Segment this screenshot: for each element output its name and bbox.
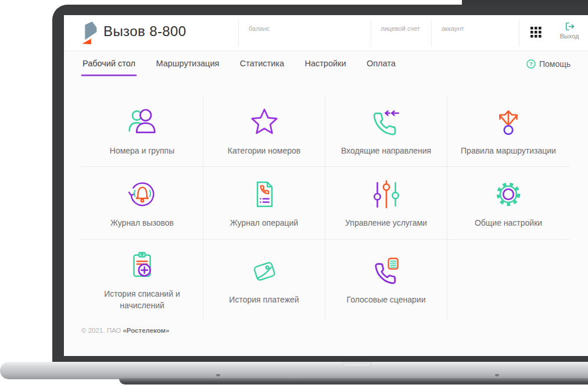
users-icon	[126, 105, 159, 139]
tile-number-categories[interactable]: Категории номеров	[203, 96, 325, 167]
tile-numbers-and-groups[interactable]: Номера и группы	[81, 96, 203, 167]
tile-label: Управление услугами	[345, 217, 427, 229]
tile-routing-rules[interactable]: Правила маршрутизации	[447, 96, 569, 167]
empty-cell	[447, 240, 569, 320]
tile-incoming-directions[interactable]: Входящие направления	[325, 96, 447, 167]
tab-settings[interactable]: Настройки	[303, 59, 347, 76]
app-header: Вызов 8-800 баланс лицевой счет аккаунт	[64, 15, 588, 51]
tab-dashboard[interactable]: Рабочий стол	[81, 59, 137, 76]
header-divider	[371, 20, 371, 47]
apps-grid-icon[interactable]	[530, 27, 542, 38]
tile-label: Правила маршрутизации	[461, 145, 556, 156]
tile-label: Голосовые сценарии	[347, 294, 426, 305]
tile-services-management[interactable]: Управление услугами	[325, 167, 447, 240]
star-icon	[248, 105, 281, 139]
header-divider	[519, 20, 519, 47]
copyright: © 2021. ПАО «Ростелеком»	[81, 327, 588, 334]
laptop-base	[0, 362, 588, 379]
tile-label: Журнал вызовов	[110, 217, 174, 229]
copyright-text: © 2021. ПАО	[81, 327, 123, 334]
page-title: Вызов 8-800	[103, 23, 187, 40]
bell-cycle-icon	[126, 177, 159, 211]
tile-label: История платежей	[229, 294, 299, 305]
tile-voice-scenarios[interactable]: Голосовые сценарии	[325, 240, 447, 320]
company-name: «Ростелеком»	[123, 327, 169, 334]
tile-operations-log[interactable]: Журнал операций	[203, 167, 325, 240]
tab-routing[interactable]: Маршрутизация	[155, 59, 220, 76]
tab-payment[interactable]: Оплата	[365, 59, 397, 76]
laptop-mockup: Вызов 8-800 баланс лицевой счет аккаунт	[0, 0, 588, 388]
help-label: Помощь	[539, 59, 571, 69]
app-body: Рабочий стол Маршрутизация Статистика На…	[64, 51, 588, 355]
phone-script-icon	[370, 254, 403, 288]
laptop-base-notch	[342, 362, 372, 367]
laptop-base-foot	[216, 374, 220, 376]
svg-text:?: ?	[529, 60, 533, 67]
header-divider	[431, 20, 432, 47]
laptop-screen: Вызов 8-800 баланс лицевой счет аккаунт	[64, 15, 588, 356]
rostelecom-logo-icon[interactable]	[80, 21, 98, 45]
tile-charges-history[interactable]: История списаний и начислений	[81, 240, 203, 320]
routing-arrows-icon	[492, 105, 525, 139]
logout-icon	[565, 22, 575, 31]
clipboard-plus-icon	[126, 248, 159, 282]
sliders-icon	[370, 177, 403, 211]
tile-label: Категории номеров	[228, 145, 301, 156]
help-icon: ?	[526, 59, 536, 69]
tab-statistics[interactable]: Статистика	[239, 59, 285, 76]
laptop-base-lip	[119, 378, 588, 385]
tile-label: Общие настройки	[475, 217, 542, 229]
account-label: аккаунт	[442, 25, 464, 32]
balance-label: баланс	[249, 25, 270, 32]
logout-button[interactable]: Выход	[554, 22, 585, 40]
dashboard-grid: Номера и группы Категории номеров	[81, 96, 569, 320]
gear-icon	[492, 177, 525, 211]
logout-label: Выход	[554, 33, 585, 40]
tile-general-settings[interactable]: Общие настройки	[447, 167, 569, 240]
tile-payments-history[interactable]: История платежей	[203, 240, 325, 320]
tile-label: История списаний и начислений	[87, 288, 197, 312]
tile-call-log[interactable]: Журнал вызовов	[81, 167, 203, 240]
header-divider	[238, 20, 239, 47]
help-button[interactable]: ? Помощь	[526, 59, 571, 69]
main-nav: Рабочий стол Маршрутизация Статистика На…	[64, 51, 588, 77]
phone-document-icon	[248, 177, 281, 211]
wallet-icon	[248, 254, 281, 288]
personal-account-label: лицевой счет	[381, 25, 420, 32]
laptop-base-foot	[495, 374, 499, 376]
incoming-phone-icon	[370, 105, 403, 139]
tile-label: Журнал операций	[230, 217, 298, 229]
tile-label: Входящие направления	[341, 145, 431, 156]
tile-label: Номера и группы	[110, 145, 174, 156]
